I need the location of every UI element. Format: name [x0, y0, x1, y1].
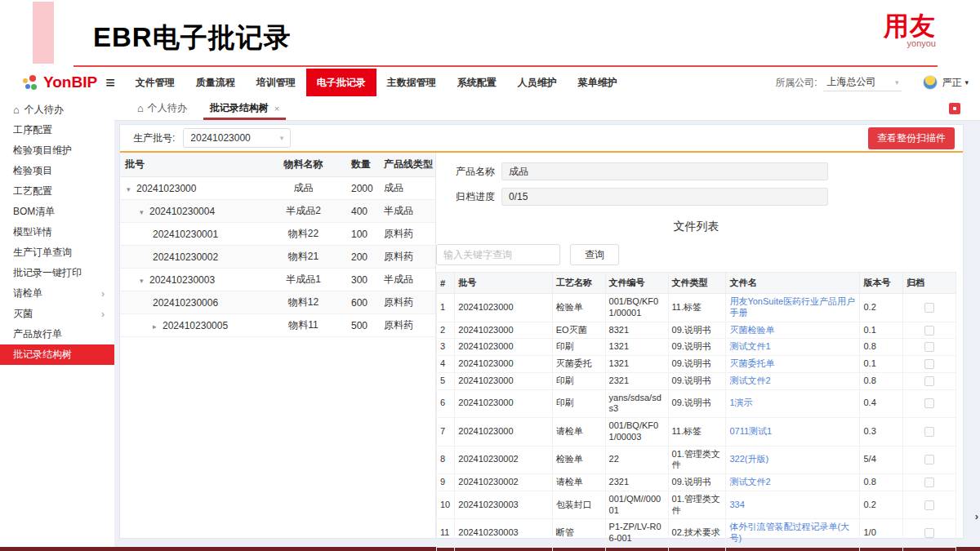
hamburger-icon[interactable]: ≡: [105, 73, 115, 92]
nav-item-5[interactable]: 主数据管理: [376, 69, 447, 96]
sidebar-item-5[interactable]: 工艺配置: [0, 181, 114, 202]
expand-chevron-icon[interactable]: ›: [975, 510, 978, 522]
archive-checkbox[interactable]: [924, 376, 934, 386]
nav-item-2[interactable]: 质量流程: [185, 69, 246, 96]
table-row[interactable]: ▸202410230005物料11500原料药: [120, 314, 436, 337]
user-name[interactable]: 严正: [942, 76, 961, 90]
expand-caret-icon[interactable]: ▸: [153, 322, 163, 331]
nav-item-7[interactable]: 人员维护: [507, 69, 568, 96]
table-row[interactable]: 8202410230002检验单2201.管理类文件322(升版)5/4: [437, 446, 956, 474]
sidebar-item-2[interactable]: 工序配置: [0, 120, 114, 140]
table-row[interactable]: 12202410230003包装封口2201.管理类文件322(升版)5/4: [437, 547, 956, 551]
table-row[interactable]: 620241023000印刷yans/sdsa/sds309.说明书1演示0.4: [437, 389, 956, 418]
sidebar-item-12[interactable]: 产品放行单: [0, 324, 114, 344]
file-name-cell: 测试文件1: [726, 339, 860, 356]
archive-checkbox[interactable]: [924, 427, 934, 437]
table-row[interactable]: 520241023000印刷232109.说明书测试文件20.8: [437, 372, 956, 389]
file-link[interactable]: 测试文件2: [729, 375, 770, 385]
nav-item-4[interactable]: 电子批记录: [306, 69, 376, 96]
quantity-cell: 2000: [346, 177, 379, 200]
table-row[interactable]: 720241023000请检单001/BQ/KF01/0000311.标签071…: [437, 418, 956, 447]
table-row[interactable]: ▾20241023000成品2000成品: [120, 177, 436, 200]
sidebar-item-3[interactable]: 检验项目维护: [0, 140, 114, 161]
file-link[interactable]: 测试文件1: [729, 341, 770, 351]
archive-progress-label: 归档进度: [436, 190, 495, 204]
nav-item-1[interactable]: 文件管理: [125, 69, 185, 96]
table-row[interactable]: 11202410230003断管P1-ZP/LV-R06-00102.技术要求体…: [437, 519, 956, 548]
banner-divider: [74, 65, 938, 67]
close-icon[interactable]: ×: [274, 104, 279, 113]
file-col-header: 归档: [903, 273, 956, 294]
process-name-cell: 检验单: [552, 446, 605, 474]
table-row[interactable]: 420241023000灭菌委托132109.说明书灭菌委托单0.1: [437, 356, 956, 373]
archive-cell: [903, 356, 956, 373]
table-row[interactable]: ▾202410230004半成品2400半成品: [120, 200, 436, 223]
view-scan-button[interactable]: 查看整份扫描件: [868, 127, 955, 149]
table-row[interactable]: 220241023000EO灭菌832109.说明书灭菌检验单0.1: [437, 322, 956, 339]
archive-checkbox[interactable]: [924, 359, 934, 369]
sidebar-item-6[interactable]: BOM清单: [0, 202, 114, 222]
search-input[interactable]: [436, 244, 560, 265]
table-row[interactable]: 120241023000检验单001/BQ/KF01/0000111.标签用友Y…: [437, 294, 956, 322]
archive-cell: [903, 519, 956, 548]
batch-no-cell: 20241023000: [455, 294, 553, 322]
file-name-cell: 测试文件2: [726, 474, 860, 491]
nav-item-8[interactable]: 菜单维护: [568, 69, 628, 96]
archive-checkbox[interactable]: [924, 398, 934, 408]
user-menu-caret-icon[interactable]: ▾: [964, 78, 969, 87]
nav-item-6[interactable]: 系统配置: [447, 69, 507, 96]
sidebar-item-9[interactable]: 批记录一键打印: [0, 263, 114, 283]
archive-cell: [903, 389, 956, 418]
sidebar-item-4[interactable]: 检验项目: [0, 161, 114, 181]
archive-cell: [903, 446, 956, 474]
tab-batch-record-tree[interactable]: 批记录结构树 ×: [198, 96, 291, 120]
collapse-caret-icon[interactable]: ▾: [140, 208, 149, 216]
sidebar-item-7[interactable]: 模型详情: [0, 222, 114, 242]
product-line-type-cell: 原料药: [379, 314, 436, 337]
file-link[interactable]: 灭菌检验单: [729, 325, 774, 335]
doc-no-cell: 1321: [605, 356, 668, 373]
nav-item-3[interactable]: 培训管理: [246, 69, 306, 96]
collapse-caret-icon[interactable]: ▾: [140, 277, 149, 285]
sidebar-item-1[interactable]: ⌂个人待办: [0, 100, 114, 120]
table-row[interactable]: 10202410230003包装封口001/QM//0000101.管理类文件3…: [437, 491, 956, 519]
table-row[interactable]: 320241023000印刷132109.说明书测试文件10.8: [437, 339, 956, 356]
archive-checkbox[interactable]: [924, 342, 934, 352]
table-row[interactable]: 202410230006物料12600原料药: [120, 291, 436, 314]
file-link[interactable]: 1演示: [729, 398, 752, 407]
file-link[interactable]: 用友YonSuite医药行业产品用户手册: [729, 296, 855, 318]
file-link[interactable]: 体外引流管装配过程记录单(大号): [729, 522, 849, 543]
query-button[interactable]: 查询: [570, 244, 619, 265]
doc-type-cell: 09.说明书: [668, 474, 726, 491]
collapse-caret-icon[interactable]: ▾: [127, 185, 136, 193]
file-name-cell: 体外引流管装配过程记录单(大号): [726, 519, 860, 548]
file-link[interactable]: 0711测试1: [729, 426, 772, 436]
archive-checkbox[interactable]: [924, 455, 934, 464]
file-link[interactable]: 灭菌委托单: [729, 358, 774, 368]
file-link[interactable]: 322(升版): [729, 454, 768, 464]
archive-checkbox[interactable]: [924, 478, 934, 487]
file-link[interactable]: 334: [729, 500, 744, 509]
tab-personal-todo[interactable]: ⌂ 个人待办: [126, 96, 198, 120]
process-name-cell: 印刷: [552, 389, 605, 418]
file-link[interactable]: 测试文件2: [729, 477, 770, 487]
archive-checkbox[interactable]: [924, 303, 934, 313]
sidebar-item-10[interactable]: 请检单›: [0, 283, 114, 304]
company-select[interactable]: 上海总公司 ▾: [823, 73, 902, 91]
avatar[interactable]: [923, 75, 938, 90]
table-row[interactable]: 9202410230002请检单232109.说明书测试文件20.8: [437, 474, 956, 491]
table-row[interactable]: 202410230002物料21200原料药: [120, 246, 436, 269]
sidebar-item-11[interactable]: 灭菌›: [0, 304, 114, 324]
table-row[interactable]: ▾202410230003半成品1300半成品: [120, 269, 436, 291]
sidebar-item-13[interactable]: 批记录结构树: [0, 344, 114, 365]
sidebar-item-8[interactable]: 生产订单查询: [0, 242, 114, 263]
batch-no-cell: ▸202410230005: [120, 314, 261, 337]
archive-checkbox[interactable]: [924, 528, 934, 538]
toolbar: 生产批号: 20241023000 ▾ 查看整份扫描件: [120, 125, 963, 153]
archive-checkbox[interactable]: [924, 500, 934, 510]
tab-list-button[interactable]: [949, 103, 960, 114]
process-name-cell: 包装封口: [552, 491, 605, 519]
batch-no-select[interactable]: 20241023000 ▾: [183, 128, 291, 148]
table-row[interactable]: 202410230001物料22100原料药: [120, 223, 436, 246]
archive-checkbox[interactable]: [924, 326, 934, 335]
